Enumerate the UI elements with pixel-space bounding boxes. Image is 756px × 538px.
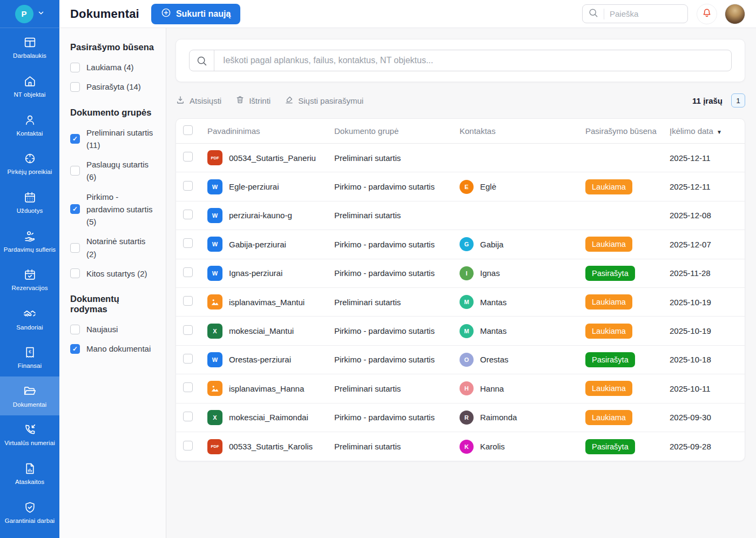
row-checkbox[interactable] (183, 412, 193, 421)
handshake-icon (23, 307, 37, 321)
document-name-cell[interactable]: WOrestas-perziurai (207, 352, 334, 367)
document-name-cell[interactable]: PDF00534_Sutartis_Paneriu (207, 150, 334, 165)
checkbox-unchecked[interactable] (70, 268, 80, 278)
checkbox-checked[interactable] (70, 134, 80, 144)
table-row[interactable]: Xmokesciai_MantuiPirkimo - pardavimo sut… (176, 317, 745, 345)
sidebar-item-darbalaukis[interactable]: Darbalaukis (0, 28, 59, 67)
document-name: 00533_Sutartis_Karolis (229, 442, 313, 451)
sidebar-item-ataskaitos[interactable]: Ataskaitos (0, 454, 59, 493)
checkbox-checked[interactable] (70, 204, 80, 214)
table-row[interactable]: isplanavimas_MantuiPreliminari sutartisM… (176, 288, 745, 317)
document-name-cell[interactable]: WIgnas-perziurai (207, 266, 334, 281)
sidebar-item-finansai[interactable]: €Finansai (0, 338, 59, 377)
contact-name: Orestas (480, 355, 509, 364)
column-header-contact[interactable]: Kontaktas (460, 126, 585, 136)
sidebar-item-label: Darbalaukis (13, 52, 46, 59)
row-checkbox[interactable] (183, 296, 193, 306)
pdf-file-icon: PDF (207, 150, 222, 165)
document-name-cell[interactable]: isplanavimas_Mantui (207, 294, 334, 310)
sidebar-item-sandoriai[interactable]: Sandoriai (0, 299, 59, 338)
upload-date: 2025-12-08 (670, 211, 745, 220)
table-row[interactable]: WOrestas-perziuraiPirkimo - pardavimo su… (176, 346, 745, 374)
row-checkbox[interactable] (183, 267, 193, 277)
delete-button[interactable]: Ištrinti (235, 95, 271, 106)
topbar-search-input[interactable]: Paieška (582, 4, 688, 23)
contact-name: Mantas (480, 298, 507, 307)
status-cell: Pasirašyta (585, 439, 670, 454)
column-header-group[interactable]: Dokumento grupė (334, 126, 460, 136)
document-group: Preliminari sutartis (334, 298, 460, 307)
row-checkbox[interactable] (183, 441, 193, 450)
user-avatar[interactable] (725, 4, 745, 24)
sidebar-item-label: NT objektai (14, 91, 45, 98)
workspace-avatar[interactable]: P (15, 5, 33, 23)
row-checkbox[interactable] (183, 210, 193, 219)
table-row[interactable]: PDF00534_Sutartis_PaneriuPreliminari sut… (176, 144, 745, 172)
create-new-button[interactable]: Sukurti naują (151, 4, 240, 24)
row-checkbox[interactable] (183, 382, 193, 392)
document-name-cell[interactable]: WEgle-perziurai (207, 179, 334, 194)
table-row[interactable]: isplanavimas_HannaPreliminari sutartisHH… (176, 374, 745, 403)
document-name-cell[interactable]: Xmokesciai_Mantui (207, 324, 334, 339)
column-header-status[interactable]: Pasirašymo būsena (585, 126, 670, 136)
sidebar-item-kontaktai[interactable]: Kontaktai (0, 105, 59, 144)
column-header-name[interactable]: Pavadininimas (207, 126, 334, 136)
workspace-switcher[interactable]: P (0, 0, 59, 28)
filter-section: Dokumentų rodymasNaujausiMano dokumentai (70, 294, 156, 355)
sidebar-item-dokumentai[interactable]: Dokumentai (0, 376, 59, 415)
page-button[interactable]: 1 (731, 93, 745, 107)
checkbox-unchecked[interactable] (70, 325, 80, 334)
filter-option[interactable]: Notarinė sutartis (2) (70, 235, 156, 260)
filter-option-label: Laukiama (4) (86, 61, 134, 73)
sidebar-item-pardavimu-sufleris[interactable]: Pardavimų sufleris (0, 221, 59, 260)
main-search-input[interactable]: Ieškoti pagal aplankus, failus, kontaktu… (189, 50, 732, 71)
row-checkbox[interactable] (183, 238, 193, 248)
document-name-cell[interactable]: PDF00533_Sutartis_Karolis (207, 439, 334, 454)
download-button[interactable]: Atsisiųsti (176, 95, 221, 106)
filter-option[interactable]: Preliminari sutartis (11) (70, 126, 156, 152)
document-name-cell[interactable]: isplanavimas_Hanna (207, 381, 334, 396)
row-checkbox[interactable] (183, 181, 193, 191)
status-badge: Laukiama (585, 294, 632, 310)
table-row[interactable]: Wperziurai-kauno-gPreliminari sutartis20… (176, 201, 745, 230)
filter-option[interactable]: Pirkimo - pardavimo sutartis (5) (70, 191, 156, 228)
sidebar-item-garantiniai-darbai[interactable]: Garantiniai darbai (0, 493, 59, 532)
row-checkbox[interactable] (183, 325, 193, 335)
pdf-file-icon: PDF (207, 439, 222, 454)
sidebar-item-pirkeju-poreikiai[interactable]: Pirkėjų poreikiai (0, 144, 59, 183)
checkbox-unchecked[interactable] (70, 82, 80, 92)
contact-cell: GGabija (460, 237, 585, 251)
filter-option[interactable]: Naujausi (70, 323, 156, 335)
notifications-button[interactable] (697, 4, 717, 24)
table-row[interactable]: WGabija-perziuraiPirkimo - pardavimo sut… (176, 230, 745, 259)
sidebar-item-uzduotys[interactable]: Užduotys (0, 183, 59, 222)
document-name-cell[interactable]: Xmokesciai_Raimondai (207, 410, 334, 425)
select-all-checkbox[interactable] (183, 125, 193, 135)
column-header-date[interactable]: Įkėlimo data▼ (670, 126, 745, 136)
checkbox-checked[interactable] (70, 344, 80, 354)
table-row[interactable]: PDF00533_Sutartis_KarolisPreliminari sut… (176, 432, 745, 461)
status-badge: Laukiama (585, 324, 632, 339)
filter-option[interactable]: Mano dokumentai (70, 342, 156, 355)
filter-option[interactable]: Laukiama (4) (70, 61, 156, 73)
contact-avatar: I (460, 266, 474, 280)
sidebar-item-nt-objektai[interactable]: NT objektai (0, 67, 59, 106)
document-name-cell[interactable]: Wperziurai-kauno-g (207, 208, 334, 223)
sidebar-item-virtualus-numeriai[interactable]: Virtualūs numeriai (0, 415, 59, 454)
send-for-signature-button[interactable]: Siųsti pasirašymui (285, 95, 363, 106)
sidebar-item-rezervacijos[interactable]: Rezervacijos (0, 260, 59, 299)
document-name-cell[interactable]: WGabija-perziurai (207, 237, 334, 252)
row-checkbox[interactable] (183, 354, 193, 364)
table-row[interactable]: Xmokesciai_RaimondaiPirkimo - pardavimo … (176, 404, 745, 432)
checkbox-unchecked[interactable] (70, 166, 80, 176)
filter-option[interactable]: Kitos sutartys (2) (70, 267, 156, 280)
table-row[interactable]: WEgle-perziuraiPirkimo - pardavimo sutar… (176, 172, 745, 201)
filter-option[interactable]: Pasirašyta (14) (70, 80, 156, 93)
row-checkbox[interactable] (183, 152, 193, 162)
checkbox-unchecked[interactable] (70, 243, 80, 253)
search-icon (588, 8, 598, 20)
table-row[interactable]: WIgnas-perziuraiPirkimo - pardavimo suta… (176, 259, 745, 288)
checkbox-unchecked[interactable] (70, 63, 80, 72)
filter-option[interactable]: Paslaugų sutartis (6) (70, 158, 156, 184)
contact-cell: MMantas (460, 295, 585, 309)
